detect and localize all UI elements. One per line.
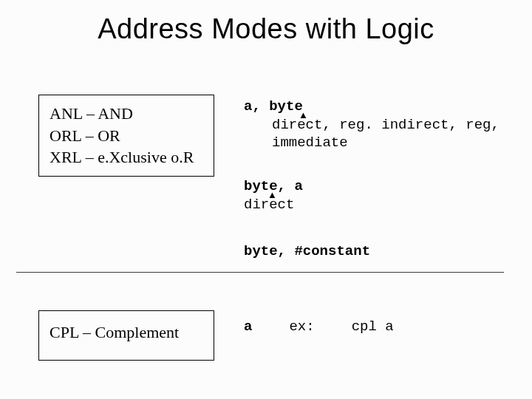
cpl-ex-code: cpl a [352, 318, 394, 335]
slide-title: Address Modes with Logic [0, 0, 532, 45]
mode-a-byte-head: a, byte [244, 98, 303, 115]
orl-line: ORL – OR [50, 125, 203, 147]
cpl-a: a [244, 318, 252, 335]
mode-a-byte: a, byte direct, reg. indirect, reg, imme… [244, 98, 532, 152]
up-arrow-icon: ▲ [267, 189, 277, 201]
divider-line [16, 272, 504, 273]
logic-ops-box: ANL – AND ORL – OR XRL – e.Xclusive o.R [38, 95, 214, 177]
xrl-line: XRL – e.Xclusive o.R [50, 146, 203, 168]
cpl-box: CPL – Complement [38, 310, 214, 361]
cpl-example: aex:cpl a [244, 318, 394, 336]
cpl-ex-label: ex: [289, 318, 314, 335]
mode-byte-const: byte, #constant [244, 242, 370, 261]
mode-a-byte-body: direct, reg. indirect, reg, immediate [244, 116, 532, 152]
anl-line: ANL – AND [50, 103, 203, 125]
up-arrow-icon: ▲ [299, 109, 308, 121]
cpl-line: CPL – Complement [50, 321, 203, 344]
